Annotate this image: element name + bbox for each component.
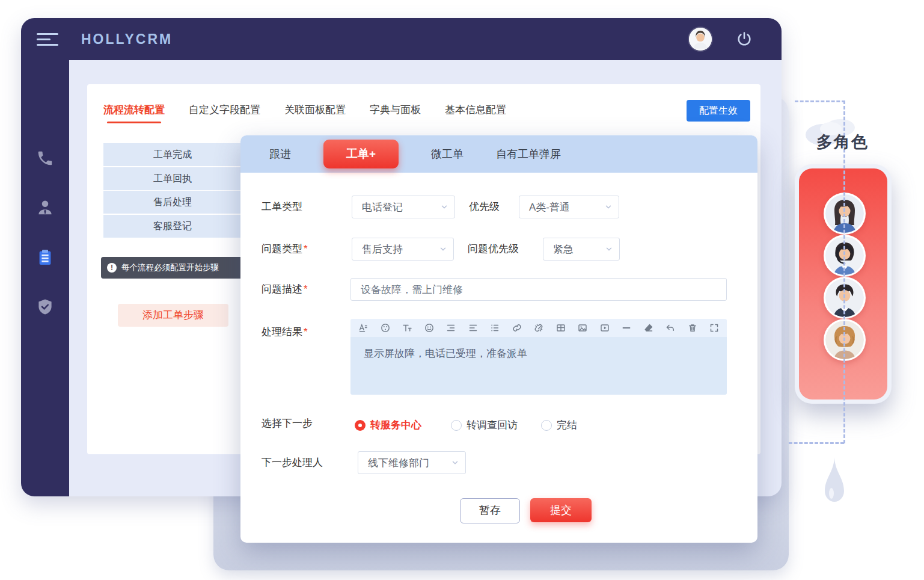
modal-tabbar: 跟进 工单+ 微工单 自有工单弹屏 <box>240 135 757 173</box>
clipboard-icon[interactable] <box>36 248 54 267</box>
user-avatar[interactable] <box>689 28 712 51</box>
result-textarea[interactable]: 显示屏故障，电话已受理，准备派单 <box>350 337 727 395</box>
result-label: 处理结果* <box>262 321 308 344</box>
result-editor: 显示屏故障，电话已受理，准备派单 <box>350 319 727 395</box>
exclamation-icon: ! <box>107 263 117 273</box>
issue-type-select[interactable]: 售后支持 <box>352 238 454 261</box>
font-format-icon[interactable] <box>358 322 369 333</box>
chevron-down-icon <box>605 245 613 253</box>
person-icon[interactable] <box>36 199 54 217</box>
video-icon[interactable] <box>599 322 610 333</box>
link-icon[interactable] <box>512 322 522 333</box>
color-palette-icon[interactable] <box>380 322 391 333</box>
shield-check-icon[interactable] <box>36 298 54 316</box>
issue-desc-input[interactable]: 设备故障，需上门维修 <box>350 278 727 301</box>
menu-icon[interactable] <box>37 33 58 46</box>
chevron-down-icon <box>439 245 447 253</box>
issue-desc-label: 问题描述* <box>262 278 308 301</box>
workflow-step-row[interactable]: 客服登记 <box>103 215 242 238</box>
unlink-icon[interactable] <box>533 322 544 333</box>
chevron-down-icon <box>604 203 613 211</box>
eraser-icon[interactable] <box>643 322 654 333</box>
app-title: HOLLYCRM <box>81 18 173 60</box>
issue-priority-select[interactable]: 紧急 <box>543 238 620 261</box>
tab-basic-info-config[interactable]: 基本信息配置 <box>445 103 506 117</box>
dashed-line-bottom <box>789 442 844 444</box>
priority-select[interactable]: A类-普通 <box>519 196 619 218</box>
submit-button[interactable]: 提交 <box>530 498 592 522</box>
next-handler-select[interactable]: 线下维修部门 <box>358 451 466 474</box>
dashed-line-top <box>795 100 845 102</box>
ticket-modal: 跟进 工单+ 微工单 自有工单弹屏 工单类型 电话登记 优先级 A类-普通 问题… <box>240 135 757 543</box>
next-handler-label: 下一步处理人 <box>262 451 323 474</box>
ticket-type-label: 工单类型 <box>262 196 302 218</box>
multi-role-title: 多角色 <box>816 131 869 153</box>
sidebar <box>21 60 69 496</box>
save-draft-button[interactable]: 暂存 <box>460 498 520 523</box>
tab-ticket-plus[interactable]: 工单+ <box>323 140 399 168</box>
notice-text: 每个流程必须配置开始步骤 <box>121 262 219 273</box>
apply-config-button[interactable]: 配置生效 <box>687 100 750 122</box>
horizontal-rule-icon[interactable] <box>621 322 632 333</box>
radio-selected-icon <box>355 420 366 431</box>
teardrop-shape <box>822 456 846 517</box>
phone-icon[interactable] <box>36 149 54 167</box>
radio-finish[interactable]: 完结 <box>541 418 577 432</box>
indent-icon[interactable] <box>445 322 456 333</box>
chevron-down-icon <box>440 203 448 211</box>
config-tabs: 流程流转配置 自定义字段配置 关联面板配置 字典与面板 基本信息配置 <box>103 97 506 122</box>
issue-priority-label: 问题优先级 <box>468 238 519 261</box>
screenshot-root: HOLLYCRM <box>0 0 924 580</box>
emoji-icon[interactable] <box>424 322 435 333</box>
workflow-step-row[interactable]: 售后处理 <box>103 191 242 214</box>
align-left-icon[interactable] <box>468 322 479 333</box>
font-size-icon[interactable] <box>402 322 412 333</box>
image-icon[interactable] <box>577 322 588 333</box>
next-step-label: 选择下一步 <box>262 413 313 434</box>
female-user-icon <box>689 28 712 51</box>
trash-icon[interactable] <box>687 322 698 333</box>
tab-custom-fields-config[interactable]: 自定义字段配置 <box>189 103 260 117</box>
editor-toolbar <box>350 319 727 337</box>
tab-follow-up[interactable]: 跟进 <box>269 147 291 161</box>
chevron-down-icon <box>451 458 459 467</box>
tab-process-flow-config[interactable]: 流程流转配置 <box>103 103 165 117</box>
tab-micro-ticket[interactable]: 微工单 <box>431 147 464 161</box>
workflow-step-row[interactable]: 工单回执 <box>103 167 242 190</box>
radio-transfer-service-center[interactable]: 转服务中心 <box>355 418 421 432</box>
table-icon[interactable] <box>555 322 566 333</box>
workflow-notice-tooltip: ! 每个流程必须配置开始步骤 <box>101 257 248 279</box>
undo-icon[interactable] <box>665 322 676 333</box>
tab-linked-panel-config[interactable]: 关联面板配置 <box>284 103 346 117</box>
issue-type-label: 问题类型* <box>262 238 308 261</box>
radio-unselected-icon <box>451 420 462 431</box>
radio-transfer-survey-callback[interactable]: 转调查回访 <box>451 418 518 432</box>
tab-own-ticket-popup[interactable]: 自有工单弹屏 <box>496 147 561 161</box>
bullet-list-icon[interactable] <box>489 322 500 333</box>
power-icon[interactable] <box>736 31 753 48</box>
workflow-step-row[interactable]: 工单完成 <box>103 143 242 166</box>
tab-dictionary-panel[interactable]: 字典与面板 <box>370 103 421 117</box>
add-step-button[interactable]: 添加工单步骤 <box>118 304 228 327</box>
fullscreen-icon[interactable] <box>709 322 720 333</box>
ticket-type-select[interactable]: 电话登记 <box>352 196 455 218</box>
radio-unselected-icon <box>541 420 552 431</box>
priority-label: 优先级 <box>469 196 500 218</box>
